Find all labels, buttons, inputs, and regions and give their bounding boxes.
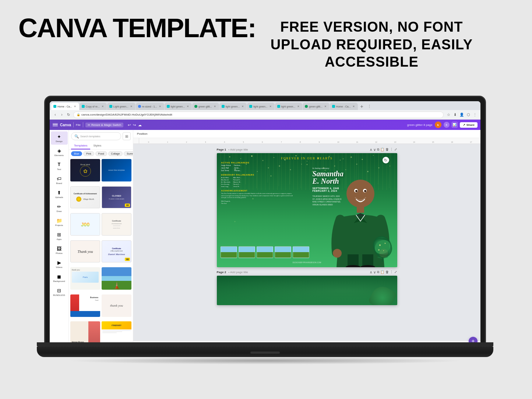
more-icon[interactable]: ⋮ <box>472 112 478 117</box>
chip-pink[interactable]: Pink <box>83 151 94 156</box>
forward-button[interactable]: › <box>59 112 64 117</box>
tab-8[interactable]: light green... × <box>247 103 275 110</box>
tab-2[interactable]: Copy of re... × <box>80 103 107 110</box>
tab-overflow-button[interactable]: ⋮ <box>366 103 373 110</box>
page-2-add-title[interactable]: • Add page title <box>228 271 248 274</box>
page-2-duplicate-icon[interactable]: ⧉ <box>377 270 379 274</box>
hamburger-menu-icon[interactable] <box>53 122 58 127</box>
tab-close-11[interactable]: × <box>352 105 356 108</box>
template-thumb-thankyou-3[interactable]: thank you <box>102 294 131 317</box>
star-icon[interactable]: ☆ <box>446 112 451 117</box>
sidebar-item-photos[interactable]: 🖼 Photos <box>51 243 68 257</box>
page-nav-up[interactable]: ∧ <box>370 148 372 152</box>
sidebar-item-uploads[interactable]: ⬆ Uploads <box>51 187 68 201</box>
page-1-add-title[interactable]: • Add page title <box>228 148 248 151</box>
share-button[interactable]: ↗ Share <box>460 122 478 128</box>
redo-button[interactable]: ↪ <box>133 123 136 127</box>
template-thumb-cert-1[interactable]: Certificate of Achievement Village Month <box>70 186 100 209</box>
filter-button[interactable]: ⊞ <box>123 132 131 140</box>
tab-label-8: light green... <box>253 105 268 108</box>
tab-5[interactable]: light green... × <box>165 103 192 110</box>
template-thumb-thankyou-1[interactable]: Thank you <box>70 240 100 263</box>
design-page-2[interactable] <box>217 276 397 305</box>
undo-button[interactable]: ↩ <box>128 123 131 127</box>
add-collaborator-button[interactable]: + <box>444 122 450 128</box>
template-thumb-closed[interactable]: CLOSED PLEASE COME AGAIN W <box>102 186 131 209</box>
page-2-more-icon[interactable]: ⋮ <box>390 270 393 274</box>
template-thumb-itinerary[interactable]: ITINERARY <box>102 321 131 344</box>
extensions-icon[interactable]: ⬡ <box>466 112 471 117</box>
tab-close-10[interactable]: × <box>324 105 327 108</box>
page-2-nav-down[interactable]: ∨ <box>373 270 376 274</box>
sidebar-item-background[interactable]: ◼ Background <box>51 271 68 285</box>
canva-actions: green glitter 8 page k + 📊 ↗ Share <box>407 121 478 128</box>
tab-close-4[interactable]: × <box>158 105 162 108</box>
file-menu[interactable]: File <box>76 123 81 127</box>
chip-collage[interactable]: Collage <box>108 151 123 156</box>
tab-templates[interactable]: Templates <box>71 142 90 149</box>
tab-3[interactable]: Light green... × <box>107 103 135 110</box>
sidebar-item-text[interactable]: T Text <box>51 159 68 173</box>
tab-9[interactable]: light green... × <box>275 103 303 110</box>
tab-4[interactable]: re-sized - 1... × <box>136 103 164 110</box>
tab-close-1[interactable]: × <box>73 105 77 108</box>
design-page-1[interactable]: FOREVER IN OUR HEARTS ACTIVE PALLBEARERS <box>217 153 397 267</box>
tab-close-7[interactable]: × <box>241 105 244 108</box>
resize-magic-switch-button[interactable]: ⇔ Resize & Magic Switch <box>85 123 123 127</box>
new-tab-button[interactable]: + <box>358 103 366 110</box>
tab-close-8[interactable]: × <box>269 105 272 108</box>
chip-summ[interactable]: Summ... <box>124 151 133 156</box>
address-bar[interactable]: 🔒 canva.com/design/DAGA/62NJFM/dD-HoDuUg… <box>73 112 444 118</box>
tab-7[interactable]: light green... × <box>219 103 247 110</box>
sidebar-item-draw[interactable]: ✏ Draw <box>51 201 68 215</box>
download-icon[interactable]: ⬇ <box>452 112 458 117</box>
page-nav-down[interactable]: ∨ <box>373 148 376 152</box>
sidebar-item-design[interactable]: ✦ Design <box>51 131 68 145</box>
profile-icon[interactable]: 👤 <box>459 112 464 117</box>
template-thumb-joo[interactable]: J00 <box>70 213 100 236</box>
sidebar-item-apps[interactable]: ⊞ Apps <box>51 229 68 243</box>
template-thumb-1[interactable]: floral dark ✿ <box>70 159 100 181</box>
page-2-nav-up[interactable]: ∧ <box>370 270 372 274</box>
page-duplicate-icon[interactable]: ⧉ <box>377 148 379 152</box>
page-2-trash-icon[interactable]: 🗑 <box>385 270 389 274</box>
sidebar-item-brand[interactable]: 🏷 Brand <box>51 173 68 187</box>
back-button[interactable]: ‹ <box>53 112 58 117</box>
tab-close-3[interactable]: × <box>130 105 133 108</box>
tab-6[interactable]: green glitt... × <box>192 103 219 110</box>
template-thumb-paris[interactable]: 🗼 <box>102 267 131 290</box>
chip-food[interactable]: Food <box>95 151 107 156</box>
page-more-icon[interactable]: ⋮ <box>390 148 393 152</box>
template-thumb-thankyou-2[interactable]: thank you Paris <box>70 267 100 290</box>
page-expand-icon[interactable]: ⤢ <box>394 148 397 152</box>
sidebar-item-bundless[interactable]: ⊟ BUNDLESS <box>51 285 68 299</box>
template-thumb-2[interactable]: ocean blue template <box>102 159 131 181</box>
template-thumb-cert-sign[interactable]: Certificate of Accomplishment Daniel Mar… <box>102 240 131 263</box>
sidebar-item-projects[interactable]: 📁 Projects <box>51 215 68 229</box>
tab-close-9[interactable]: × <box>296 105 300 108</box>
chip-blue[interactable]: Blue <box>71 151 82 156</box>
canvas-refresh-button[interactable]: ↻ <box>383 157 389 163</box>
tab-styles[interactable]: Styles <box>90 142 104 149</box>
tab-close-5[interactable]: × <box>186 105 190 108</box>
page-2-copy-icon[interactable]: 📋 <box>380 270 384 274</box>
analytics-icon[interactable]: 📊 <box>452 122 458 128</box>
tab-10[interactable]: green glitt... × <box>303 103 330 110</box>
user-avatar[interactable]: k <box>435 121 441 128</box>
sidebar-item-elements[interactable]: ◈ Elements <box>51 145 68 159</box>
template-thumb-harper[interactable]: Harper Russo <box>70 321 100 344</box>
page-copy-icon[interactable]: 📋 <box>380 148 384 152</box>
tab-active[interactable]: Home - Ca... × <box>51 103 79 110</box>
template-search-box[interactable]: 🔍 Search templates <box>71 132 121 140</box>
tab-11[interactable]: Home - Ca... × <box>330 103 358 110</box>
reload-button[interactable]: ↻ <box>66 112 71 117</box>
tab-close-6[interactable]: × <box>213 105 217 108</box>
page-2-expand-icon[interactable]: ⤢ <box>394 270 397 274</box>
template-thumb-cert-2[interactable]: Certificate of achievement name here <box>102 213 131 236</box>
page-trash-icon[interactable]: 🗑 <box>385 148 389 152</box>
sidebar-item-videos[interactable]: ▶ Videos <box>51 257 68 271</box>
photos-icon: 🖼 <box>56 246 62 251</box>
canvas-scroll[interactable]: Page 1 • Add page title ∧ ∨ ⧉ 📋 🗑 <box>133 144 480 340</box>
tab-close-2[interactable]: × <box>101 105 105 108</box>
template-thumb-business[interactable]: Business Card <box>70 294 100 317</box>
